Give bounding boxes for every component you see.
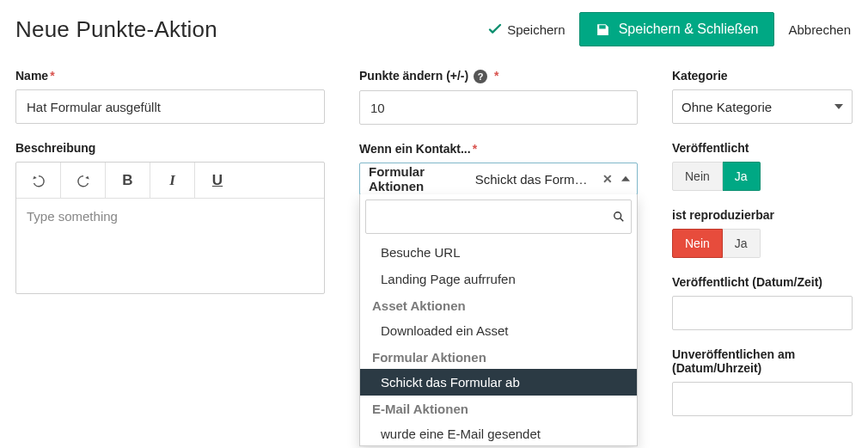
category-select[interactable]: Ohne Kategorie xyxy=(672,89,853,124)
editor-toolbar: B I U xyxy=(16,163,324,199)
help-icon[interactable]: ? xyxy=(474,70,487,83)
required-indicator: * xyxy=(494,69,498,83)
published-label: Veröffentlicht xyxy=(672,141,853,155)
dropdown-group: Asset Aktionen xyxy=(360,292,637,317)
cancel-label: Abbrechen xyxy=(788,22,851,37)
repeatable-label: ist reproduzierbar xyxy=(672,208,853,222)
column-right: Kategorie Ohne Kategorie Veröffentlicht … xyxy=(672,69,853,433)
column-left: Name* Beschreibung B I U Type someth xyxy=(15,69,325,311)
unpublish-at-input[interactable] xyxy=(672,382,853,416)
redo-button[interactable] xyxy=(61,163,106,198)
chevron-up-icon xyxy=(621,176,630,181)
publish-at-label: Veröffentlicht (Datum/Zeit) xyxy=(672,275,853,289)
dropdown-item[interactable]: Besuche URL xyxy=(360,239,637,266)
svg-line-1 xyxy=(620,218,624,222)
dropdown-item[interactable]: Downloaded ein Asset xyxy=(360,317,637,344)
check-icon xyxy=(488,22,502,36)
undo-button[interactable] xyxy=(16,163,61,198)
save-label: Speichern xyxy=(507,22,565,37)
name-label: Name* xyxy=(15,69,325,83)
richtext-editor: B I U Type something xyxy=(15,162,325,294)
header-actions: Speichern Speichern & Schließen Abbreche… xyxy=(486,12,853,46)
save-close-button[interactable]: Speichern & Schließen xyxy=(579,12,775,46)
column-middle: Punkte ändern (+/-) ? * Wenn ein Kontakt… xyxy=(359,69,638,212)
form-columns: Name* Beschreibung B I U Type someth xyxy=(15,69,853,433)
trigger-label: Wenn ein Kontakt...* xyxy=(359,142,638,156)
published-yes-button[interactable]: Ja xyxy=(723,162,761,191)
chevron-down-icon xyxy=(834,104,843,109)
repeatable-no-button[interactable]: Nein xyxy=(672,229,723,258)
category-value: Ohne Kategorie xyxy=(682,100,772,114)
cancel-button[interactable]: Abbrechen xyxy=(786,17,853,42)
unpublish-at-label: Unveröffentlichen am (Datum/Uhrzeit) xyxy=(672,347,853,375)
page-header: Neue Punkte-Aktion Speichern Speichern &… xyxy=(15,12,853,46)
save-close-label: Speichern & Schließen xyxy=(619,21,759,37)
dropdown-item[interactable]: Landing Page aufrrufen xyxy=(360,266,637,292)
underline-button[interactable]: U xyxy=(195,163,240,198)
points-input[interactable] xyxy=(359,90,638,125)
category-label: Kategorie xyxy=(672,69,853,83)
page-title: Neue Punkte-Aktion xyxy=(15,16,217,43)
save-button[interactable]: Speichern xyxy=(486,17,567,42)
trigger-selected-group: Formular Aktionen xyxy=(369,164,472,193)
description-label: Beschreibung xyxy=(15,141,325,155)
dropdown-list[interactable]: Besuche URLLanding Page aufrrufenAsset A… xyxy=(360,239,637,445)
svg-point-0 xyxy=(614,212,621,219)
dropdown-group: E-Mail Aktionen xyxy=(360,396,637,420)
published-no-button[interactable]: Nein xyxy=(672,162,723,191)
clear-icon[interactable]: ✕ xyxy=(602,172,613,186)
repeatable-toggle: Nein Ja xyxy=(672,229,761,258)
published-toggle: Nein Ja xyxy=(672,162,761,191)
trigger-dropdown: Besuche URLLanding Page aufrrufenAsset A… xyxy=(359,194,638,446)
dropdown-group: Formular Aktionen xyxy=(360,344,637,369)
repeatable-yes-button[interactable]: Ja xyxy=(723,229,761,258)
trigger-select[interactable]: Formular Aktionen Schickt das Formular .… xyxy=(359,163,638,195)
dropdown-search-input[interactable] xyxy=(365,199,632,234)
bold-button[interactable]: B xyxy=(106,163,150,198)
italic-button[interactable]: I xyxy=(150,163,195,198)
required-indicator: * xyxy=(473,142,477,156)
required-indicator: * xyxy=(50,69,54,83)
editor-body[interactable]: Type something xyxy=(16,199,324,293)
trigger-selected-label: Schickt das Formular .. xyxy=(475,172,594,187)
points-label: Punkte ändern (+/-) ? * xyxy=(359,69,638,83)
dropdown-item[interactable]: Schickt das Formular ab xyxy=(360,369,637,396)
name-input[interactable] xyxy=(15,89,325,124)
floppy-icon xyxy=(596,22,610,37)
publish-at-input[interactable] xyxy=(672,296,853,330)
dropdown-item[interactable]: wurde eine E-Mail gesendet xyxy=(360,420,637,445)
search-icon xyxy=(613,211,625,223)
